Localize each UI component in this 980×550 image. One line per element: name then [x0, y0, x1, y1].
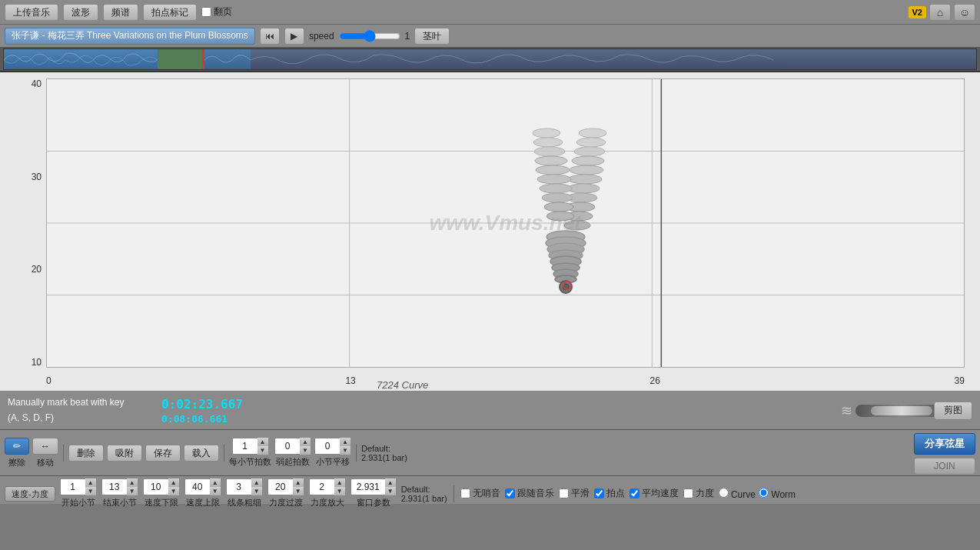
- speed-value: 1: [405, 31, 410, 42]
- load-button[interactable]: 载入: [184, 445, 219, 462]
- svg-point-20: [535, 156, 567, 165]
- end-bar-arrows: ▲ ▼: [127, 478, 138, 495]
- force-smooth-group: ▲ ▼ 力度过渡: [267, 478, 304, 508]
- force-smooth-up[interactable]: ▲: [293, 478, 304, 487]
- erase-button[interactable]: ✏: [5, 438, 29, 455]
- bar-shift-input-wrap: ▲ ▼: [314, 438, 351, 455]
- bar-shift-up[interactable]: ▲: [340, 438, 350, 446]
- force-zoom-label: 力度放大: [311, 497, 344, 508]
- default-param-label: Default:: [401, 485, 447, 494]
- waveform-blue-svg: [4, 49, 158, 69]
- beat-checkbox[interactable]: [594, 488, 604, 498]
- start-beat-down[interactable]: ▼: [300, 446, 311, 455]
- start-bar-input[interactable]: [61, 482, 85, 492]
- waveform-button[interactable]: 波形: [63, 4, 98, 21]
- flip-checkbox-label[interactable]: 翻页: [201, 5, 232, 18]
- play-button[interactable]: ▶: [284, 28, 304, 45]
- no-mute-checkbox[interactable]: [460, 488, 470, 498]
- force-smooth-down[interactable]: ▼: [293, 487, 304, 495]
- speed-lower-down[interactable]: ▼: [168, 487, 179, 495]
- force-zoom-down[interactable]: ▼: [334, 487, 345, 495]
- curve-radio-label[interactable]: Curve: [719, 488, 756, 500]
- speed-upper-down[interactable]: ▼: [210, 487, 221, 495]
- avg-speed-checkbox[interactable]: [630, 488, 639, 498]
- speed-upper-up[interactable]: ▲: [210, 478, 221, 487]
- line-width-up[interactable]: ▲: [251, 478, 262, 487]
- end-bar-up[interactable]: ▲: [127, 478, 138, 487]
- end-bar-down[interactable]: ▼: [127, 487, 138, 495]
- cut-button[interactable]: 剪图: [934, 402, 972, 420]
- start-beat-arrows: ▲ ▼: [300, 438, 311, 455]
- waveform-track[interactable]: [3, 48, 977, 70]
- window-param-up[interactable]: ▲: [385, 478, 396, 487]
- speed-lower-up[interactable]: ▲: [168, 478, 179, 487]
- window-param-input[interactable]: [351, 482, 385, 492]
- waveform-area[interactable]: [0, 48, 980, 72]
- follow-audio-checkbox[interactable]: [505, 488, 515, 498]
- waveform-rest-svg: [251, 49, 976, 69]
- delete-button[interactable]: 删除: [68, 445, 104, 462]
- separator-3: [356, 445, 357, 462]
- curve-radio[interactable]: [719, 488, 729, 498]
- end-bar-input[interactable]: [102, 482, 127, 492]
- home-button[interactable]: ⌂: [929, 4, 951, 21]
- start-beat-up[interactable]: ▲: [300, 438, 311, 446]
- force-zoom-up[interactable]: ▲: [334, 478, 345, 487]
- start-bar-down[interactable]: ▼: [85, 487, 96, 495]
- force-checkbox[interactable]: [683, 488, 693, 498]
- flip-checkbox[interactable]: [201, 7, 211, 17]
- force-smooth-input[interactable]: [268, 482, 293, 492]
- right-action-panel: 分享弦星 JOIN: [914, 433, 975, 475]
- worm-radio[interactable]: [759, 488, 769, 498]
- beat-mark-button[interactable]: 拍点标记: [143, 4, 197, 21]
- no-mute-label[interactable]: 无哨音: [460, 487, 500, 500]
- speed-force-button[interactable]: 速度-力度: [5, 486, 55, 502]
- beats-per-bar-up[interactable]: ▲: [257, 438, 268, 446]
- viz-inner[interactable]: www.Vmus.net: [46, 78, 965, 368]
- speed-upper-label: 速度上限: [186, 497, 220, 508]
- upload-button[interactable]: 上传音乐: [5, 4, 58, 21]
- no-mute-text: 无哨音: [473, 487, 500, 500]
- follow-audio-label[interactable]: 跟随音乐: [505, 487, 554, 500]
- speed-upper-input[interactable]: [185, 482, 210, 492]
- x-label-39: 39: [955, 375, 965, 386]
- frequency-button[interactable]: 频谱: [103, 4, 138, 21]
- speed-slider[interactable]: [339, 30, 400, 42]
- avg-speed-text: 平均速度: [642, 487, 679, 500]
- bar-shift-down[interactable]: ▼: [340, 446, 350, 455]
- move-button[interactable]: ↔: [32, 438, 58, 455]
- share-button[interactable]: 分享弦星: [914, 433, 975, 455]
- force-zoom-input[interactable]: [310, 482, 334, 492]
- beat-text-line1: Manually mark beat with key: [8, 395, 146, 410]
- beat-label[interactable]: 拍点: [594, 487, 625, 500]
- apply-button[interactable]: 茎叶: [414, 28, 450, 45]
- force-text: 力度: [696, 487, 714, 500]
- speed-lower-input[interactable]: [144, 482, 168, 492]
- start-beat-input[interactable]: [275, 441, 300, 452]
- user-button[interactable]: ☺: [954, 4, 975, 21]
- curve-worm-radio-group: Curve Worm: [719, 488, 796, 500]
- worm-radio-label[interactable]: Worm: [759, 488, 796, 500]
- move-icon: ↔: [41, 441, 50, 452]
- smooth-text: 平滑: [571, 487, 590, 500]
- line-width-input[interactable]: [227, 482, 251, 492]
- erase-group: ✏ 擦除: [5, 438, 29, 468]
- svg-point-25: [544, 202, 573, 212]
- beats-per-bar-down[interactable]: ▼: [257, 446, 268, 455]
- force-checkbox-label[interactable]: 力度: [683, 487, 714, 500]
- time-primary: 0:02:23.667: [161, 397, 269, 412]
- save-button[interactable]: 保存: [145, 445, 181, 462]
- attach-button[interactable]: 吸附: [107, 445, 142, 462]
- start-bar-up[interactable]: ▲: [85, 478, 96, 487]
- line-width-down[interactable]: ▼: [251, 487, 262, 495]
- join-button[interactable]: JOIN: [914, 458, 975, 475]
- smooth-label[interactable]: 平滑: [559, 487, 590, 500]
- prev-button[interactable]: ⏮: [260, 28, 280, 45]
- beats-per-bar-input[interactable]: [233, 441, 257, 452]
- bar-shift-input[interactable]: [315, 441, 340, 452]
- avg-speed-label[interactable]: 平均速度: [630, 487, 679, 500]
- window-param-down[interactable]: ▼: [385, 487, 396, 495]
- main-visualization[interactable]: 40 30 20 10: [0, 72, 980, 392]
- speed-lower-group: ▲ ▼ 速度下限: [143, 478, 180, 508]
- smooth-checkbox[interactable]: [559, 488, 569, 498]
